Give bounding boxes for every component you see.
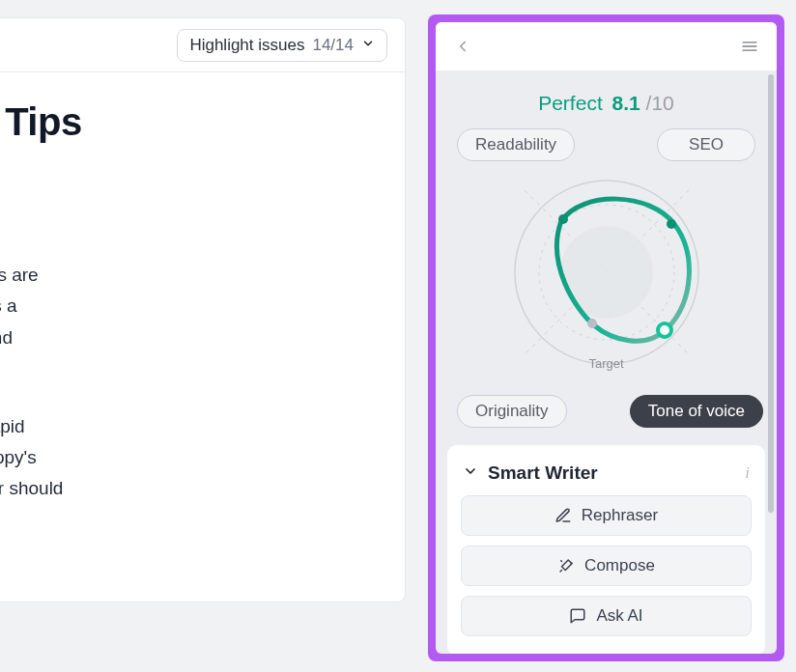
pill-originality[interactable]: Originality: [457, 395, 567, 428]
edit-icon: [554, 507, 572, 524]
pill-tone-of-voice[interactable]: Tone of voice: [630, 395, 763, 428]
rephraser-label: Rephraser: [582, 506, 658, 525]
scrollbar[interactable]: [768, 74, 774, 513]
rephraser-button[interactable]: Rephraser: [461, 495, 752, 536]
text-fragment: ded by your vet. Remember, a puppy's: [0, 442, 374, 473]
text-fragment: cially when they are young. Here's a: [0, 291, 374, 322]
score-label: Perfect: [538, 92, 603, 114]
highlight-issues-count: 14/14: [312, 36, 354, 55]
article-title: Care: Essential Tips: [0, 99, 374, 144]
magic-wand-icon: [557, 557, 575, 574]
svg-point-10: [667, 219, 676, 229]
chat-icon: [569, 607, 586, 625]
overall-score: Perfect 8.1 /10: [447, 70, 765, 125]
text-fragment: family. These small furry creatures are: [0, 260, 374, 291]
sidebar-top-bar: [436, 22, 777, 70]
info-icon[interactable]: i: [745, 463, 750, 483]
pill-readability[interactable]: Readability: [457, 128, 575, 161]
highlight-issues-label: Highlight issues: [189, 36, 304, 55]
smart-writer-card: Smart Writer i Rephraser Compose Ask: [447, 445, 765, 654]
analysis-sidebar: Perfect 8.1 /10 Readability SEO Original…: [436, 22, 777, 654]
compose-label: Compose: [584, 556, 655, 575]
text-fragment: your new pet grows up healthy and: [0, 322, 374, 353]
sidebar-body: Perfect 8.1 /10 Readability SEO Original…: [436, 70, 777, 654]
radar-chart-icon: [505, 171, 708, 374]
editor-toolbar: Highlight issues 14/14: [0, 18, 405, 72]
pill-seo[interactable]: SEO: [657, 128, 755, 161]
ask-ai-button[interactable]: Ask AI: [461, 596, 752, 636]
compose-button[interactable]: Compose: [461, 546, 752, 586]
chevron-down-icon: [463, 463, 478, 483]
svg-point-9: [558, 214, 568, 224]
back-icon[interactable]: [449, 33, 476, 60]
quality-radar: Readability SEO Originality Tone of voic…: [447, 128, 765, 428]
article-body: Care: Essential Tips family. These small…: [0, 72, 405, 505]
smart-writer-title: Smart Writer: [488, 462, 735, 484]
menu-icon[interactable]: [736, 33, 763, 60]
chevron-down-icon: [361, 36, 375, 55]
ask-ai-label: Ask AI: [596, 606, 642, 626]
article-paragraph: family. These small furry creatures are …: [0, 260, 374, 353]
svg-point-12: [587, 319, 597, 328]
highlight-issues-dropdown[interactable]: Highlight issues 14/14: [177, 29, 387, 62]
score-value: 8.1: [612, 92, 640, 114]
editor-pane: Highlight issues 14/14 Care: Essential T…: [0, 17, 406, 602]
article-paragraph: ance of nutrients to support this rapid …: [0, 411, 374, 505]
text-fragment: ughout the day. Fresh, clean water shoul…: [0, 473, 374, 504]
svg-point-11: [658, 323, 671, 337]
score-denominator: /10: [646, 92, 674, 114]
text-fragment: ance of nutrients to support this rapid: [0, 411, 374, 442]
smart-writer-header[interactable]: Smart Writer i: [461, 459, 752, 495]
target-label: Target: [588, 356, 623, 371]
